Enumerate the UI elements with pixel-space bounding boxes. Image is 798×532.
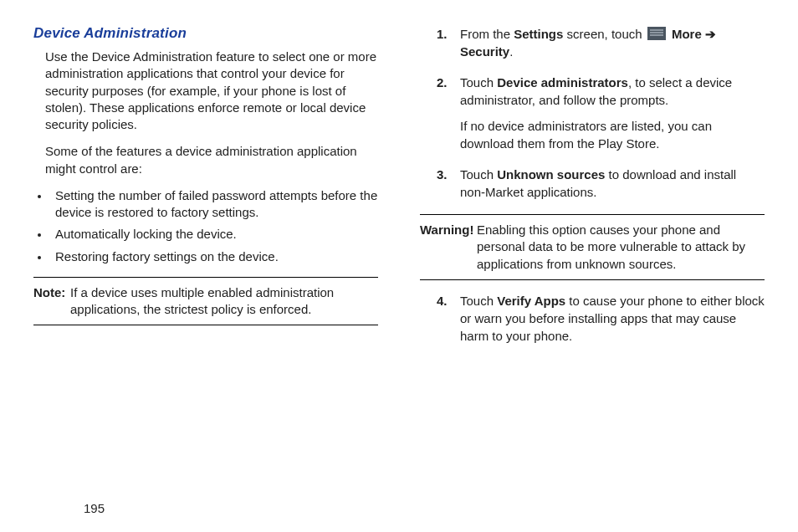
note-block: Note: If a device uses multiple enabled … bbox=[33, 277, 378, 326]
step-1: 1. From the Settings screen, touch More … bbox=[437, 25, 765, 60]
step-text: Touch Device administrators, to select a… bbox=[460, 75, 732, 107]
note-label: Note: bbox=[33, 284, 67, 319]
warning-block: Warning! Enabling this option causes you… bbox=[420, 214, 765, 280]
left-column: Device Administration Use the Device Adm… bbox=[33, 25, 378, 358]
step-3: 3. Touch Unknown sources to download and… bbox=[437, 166, 765, 201]
step-subtext: If no device administrators are listed, … bbox=[460, 117, 765, 152]
step-text: Touch Unknown sources to download and in… bbox=[460, 167, 736, 199]
step-2: 2. Touch Device administrators, to selec… bbox=[437, 74, 765, 152]
step-number: 2. bbox=[437, 74, 448, 91]
section-heading: Device Administration bbox=[33, 25, 378, 42]
warning-label: Warning! bbox=[420, 222, 473, 273]
more-icon bbox=[647, 27, 666, 40]
bullet-item: Automatically locking the device. bbox=[50, 226, 378, 243]
intro-paragraph-2: Some of the features a device administra… bbox=[45, 143, 378, 177]
steps-list: 1. From the Settings screen, touch More … bbox=[437, 25, 765, 201]
step-4: 4. Touch Verify Apps to cause your phone… bbox=[437, 292, 765, 345]
feature-bullet-list: Setting the number of failed password at… bbox=[45, 187, 378, 265]
step-number: 1. bbox=[437, 25, 448, 43]
page-number: 195 bbox=[84, 501, 105, 515]
page-columns: Device Administration Use the Device Adm… bbox=[33, 25, 765, 358]
step-number: 3. bbox=[437, 166, 448, 183]
bullet-item: Setting the number of failed password at… bbox=[50, 187, 378, 222]
warning-text: Enabling this option causes your phone a… bbox=[477, 222, 765, 273]
step-number: 4. bbox=[437, 292, 448, 309]
step-text: Touch Verify Apps to cause your phone to… bbox=[460, 294, 765, 343]
note-text: If a device uses multiple enabled admini… bbox=[70, 284, 378, 319]
step-text: From the Settings screen, touch More ➔ S… bbox=[460, 27, 716, 59]
steps-list-continued: 4. Touch Verify Apps to cause your phone… bbox=[437, 292, 765, 345]
bullet-item: Restoring factory settings on the device… bbox=[50, 248, 378, 265]
intro-paragraph-1: Use the Device Administration feature to… bbox=[45, 49, 378, 133]
right-column: 1. From the Settings screen, touch More … bbox=[420, 25, 765, 358]
